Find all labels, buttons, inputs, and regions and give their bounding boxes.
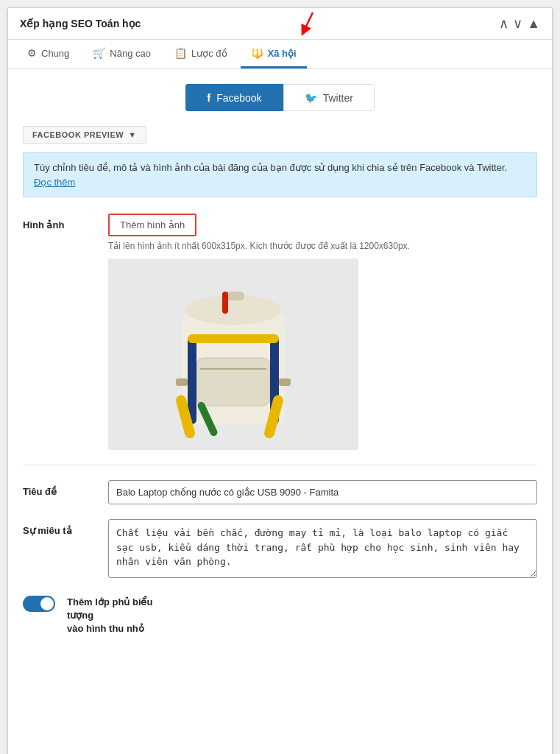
window-title: Xếp hạng SEO Toán học	[20, 18, 141, 29]
title-label: Tiêu đề	[23, 480, 96, 497]
tab-xahoi-label: Xã hội	[268, 48, 297, 59]
info-text: Tùy chỉnh tiêu đề, mô tả và hình ảnh của…	[34, 162, 507, 173]
nangcao-icon: 🛒	[93, 47, 105, 59]
backpack-illustration	[152, 269, 314, 439]
luocdo-icon: 📋	[174, 47, 187, 59]
tab-nangcao[interactable]: 🛒 Nâng cao	[82, 40, 161, 68]
image-label: Hình ảnh	[23, 214, 96, 230]
title-field	[108, 480, 537, 504]
facebook-btn-label: Facebook	[216, 92, 261, 104]
tab-chung[interactable]: ⚙ Chung	[17, 40, 79, 68]
desc-label: Sự miêu tả	[23, 519, 96, 536]
red-arrow-icon	[291, 9, 320, 38]
twitter-btn-label: Twitter	[323, 92, 353, 104]
twitter-tab-btn[interactable]: 🐦 Twitter	[283, 84, 375, 111]
image-preview	[108, 258, 358, 450]
xahoi-icon: 🔱	[251, 47, 263, 59]
chevron-down-icon: ▼	[128, 130, 136, 139]
image-row: Hình ảnh Thêm hình ảnh Tải lên hình ảnh …	[23, 214, 537, 450]
main-window: Xếp hạng SEO Toán học ∧ ∨ ▲ ⚙ Chung 🛒 Nâ…	[7, 7, 553, 754]
facebook-tab-btn[interactable]: f Facebook	[185, 84, 283, 111]
overlay-toggle-container	[23, 596, 55, 612]
overlay-toggle-label: Thêm lớp phủ biểu tượng vào hình thu nhỏ	[67, 596, 170, 636]
toggle-knob	[40, 597, 54, 610]
nav-tabs: ⚙ Chung 🛒 Nâng cao 📋 Lược đồ 🔱 Xã hội	[8, 40, 552, 69]
svg-rect-9	[188, 334, 279, 343]
tab-xahoi[interactable]: 🔱 Xã hội	[241, 40, 307, 68]
window-controls: ∧ ∨ ▲	[499, 15, 540, 32]
read-more-link[interactable]: Đọc thêm	[34, 177, 75, 188]
info-box: Tùy chỉnh tiêu đề, mô tả và hình ảnh của…	[23, 152, 537, 197]
image-hint: Tải lên hình ảnh ít nhất 600x315px. Kích…	[108, 241, 537, 251]
svg-rect-5	[196, 358, 270, 406]
add-image-button[interactable]: Thêm hình ảnh	[108, 214, 196, 236]
divider-1	[23, 465, 537, 465]
facebook-preview-label: FACEBOOK PREVIEW	[32, 130, 124, 139]
title-bar: Xếp hạng SEO Toán học ∧ ∨ ▲	[8, 8, 552, 40]
desc-textarea[interactable]	[108, 519, 537, 578]
close-icon[interactable]: ▲	[527, 16, 540, 32]
desc-row: Sự miêu tả	[23, 519, 537, 581]
svg-rect-13	[222, 292, 228, 314]
title-row: Tiêu đề	[23, 480, 537, 504]
tab-chung-label: Chung	[41, 48, 69, 59]
svg-rect-14	[176, 378, 188, 386]
tab-nangcao-label: Nâng cao	[110, 48, 151, 59]
collapse-icon[interactable]: ∧	[499, 15, 508, 32]
content-area: f Facebook 🐦 Twitter FACEBOOK PREVIEW ▼ …	[8, 69, 552, 666]
facebook-icon: f	[207, 91, 210, 104]
tab-luocdo-label: Lược đồ	[191, 48, 227, 59]
title-input[interactable]	[108, 480, 537, 504]
expand-icon[interactable]: ∨	[513, 15, 522, 32]
social-toggle-group: f Facebook 🐦 Twitter	[23, 84, 537, 111]
overlay-toggle[interactable]	[23, 596, 55, 612]
twitter-icon: 🐦	[305, 92, 317, 104]
svg-rect-15	[279, 378, 291, 386]
svg-line-1	[304, 13, 313, 31]
overlay-label-line1: Thêm lớp phủ biểu tượng	[67, 596, 170, 622]
chung-icon: ⚙	[27, 47, 37, 59]
desc-field	[108, 519, 537, 581]
overlay-toggle-row: Thêm lớp phủ biểu tượng vào hình thu nhỏ	[23, 596, 537, 636]
facebook-preview-header[interactable]: FACEBOOK PREVIEW ▼	[23, 126, 146, 144]
tab-luocdo[interactable]: 📋 Lược đồ	[164, 40, 238, 68]
image-field: Thêm hình ảnh Tải lên hình ảnh ít nhất 6…	[108, 214, 537, 450]
overlay-label-line2: vào hình thu nhỏ	[67, 622, 170, 635]
